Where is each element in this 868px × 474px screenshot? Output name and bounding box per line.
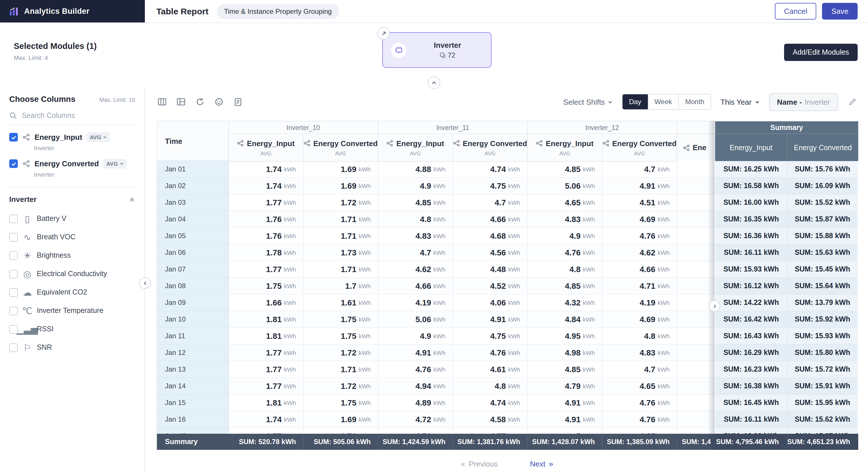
column-list-item[interactable]: ▁▃▅ RSSI bbox=[9, 320, 135, 338]
summary-sum-cell: SUM: 15.87 kWh bbox=[787, 211, 858, 228]
choose-columns-heading: Choose Columns bbox=[9, 94, 75, 103]
column-list-item[interactable]: ☁ Equivalent CO2 bbox=[9, 283, 135, 301]
value-cell: 4.32kWh bbox=[528, 295, 602, 311]
module-node-inverter[interactable]: Inverter 72 bbox=[382, 32, 492, 68]
module-columns-section: Inverter ▯ Battery V ∿ Breath VOC bbox=[9, 187, 135, 357]
column-list-item[interactable]: ∿ Breath VOC bbox=[9, 228, 135, 246]
period-day-button[interactable]: Day bbox=[623, 94, 648, 109]
aggregation-dropdown[interactable]: AVG bbox=[103, 159, 126, 169]
column-checkbox[interactable] bbox=[9, 288, 18, 297]
summary-column-energy-converted: Energy Converted bbox=[787, 134, 858, 161]
notes-icon[interactable] bbox=[232, 96, 244, 108]
edit-name-icon[interactable] bbox=[847, 97, 858, 107]
summary-sum-cell: SUM: 15.52 kWh bbox=[787, 195, 858, 211]
refresh-icon[interactable] bbox=[194, 96, 206, 108]
table-row: Jan 07 1.77kWh 1.71kWh 4.62kWh 4.48kWh 4… bbox=[157, 261, 858, 278]
battery-icon: ▯ bbox=[23, 213, 32, 224]
clipped-value-cell bbox=[677, 378, 715, 395]
instance-count: 72 bbox=[448, 51, 456, 59]
column-list-item[interactable]: ◎ Electrical Conductivity bbox=[9, 265, 135, 283]
value-cell: 1.71kWh bbox=[304, 361, 378, 378]
value-cell: 5.06kWh bbox=[378, 311, 453, 328]
measurement-icon bbox=[386, 140, 394, 147]
select-shifts-dropdown[interactable]: Select Shifts bbox=[563, 97, 613, 106]
column-label: Inverter Temperature bbox=[37, 306, 103, 315]
value-cell: 4.66kWh bbox=[378, 278, 453, 295]
value-cell: 4.88kWh bbox=[378, 161, 453, 178]
time-cell: Jan 03 bbox=[157, 195, 229, 211]
summary-sum-cell: SUM: 15.80 kWh bbox=[787, 345, 858, 361]
cancel-button[interactable]: Cancel bbox=[775, 3, 816, 20]
value-cell: 1.77kWh bbox=[229, 195, 304, 211]
column-header-energy-converted: Energy Converted AVG bbox=[453, 134, 528, 161]
value-cell: 4.94kWh bbox=[378, 378, 453, 395]
save-button[interactable]: Save bbox=[822, 3, 858, 20]
value-cell: 1.75kWh bbox=[304, 328, 378, 345]
value-cell: 4.74kWh bbox=[453, 161, 528, 178]
value-cell: 4.62kWh bbox=[602, 244, 677, 261]
columns-sidebar: Choose Columns Max. Limit: 10 bbox=[0, 86, 145, 474]
clipped-value-cell bbox=[677, 195, 715, 211]
instance-group: Inverter_10 Energy_Input AVG bbox=[229, 121, 378, 161]
column-list-item[interactable]: ⚐ SNR bbox=[9, 338, 135, 357]
date-range-dropdown[interactable]: This Year bbox=[720, 97, 760, 106]
aggregation-dropdown[interactable]: AVG bbox=[87, 132, 110, 142]
table-row: Jan 10 1.81kWh 1.75kWh 5.06kWh 4.91kWh 4… bbox=[157, 311, 858, 328]
collapse-section-icon[interactable] bbox=[129, 196, 135, 203]
clipped-value-cell bbox=[677, 261, 715, 278]
time-cell: Jan 07 bbox=[157, 261, 229, 278]
instances-icon bbox=[440, 52, 445, 58]
value-cell: 4.83kWh bbox=[378, 228, 453, 244]
column-checkbox[interactable] bbox=[9, 306, 18, 315]
clipped-value-cell bbox=[677, 411, 715, 428]
time-cell: Jan 10 bbox=[157, 311, 229, 328]
summary-sum-cell: SUM: 14.22 kWh bbox=[715, 295, 787, 311]
value-cell: 1.7kWh bbox=[304, 278, 378, 295]
column-list-item[interactable]: ☀ Brightness bbox=[9, 246, 135, 265]
column-header-energy-converted: Energy Converted AVG bbox=[602, 134, 677, 161]
clipped-value-cell bbox=[677, 244, 715, 261]
value-cell: 1.75kWh bbox=[304, 395, 378, 411]
energy-input-checkbox[interactable] bbox=[9, 133, 18, 142]
value-cell: 4.75kWh bbox=[453, 178, 528, 195]
search-columns-input[interactable] bbox=[22, 112, 120, 120]
value-cell: 1.69kWh bbox=[304, 178, 378, 195]
card-view-icon[interactable] bbox=[175, 96, 187, 108]
next-page-button[interactable]: Next » bbox=[530, 459, 553, 468]
column-list-item[interactable]: ℃ Inverter Temperature bbox=[9, 301, 135, 320]
value-cell: 4.95kWh bbox=[528, 328, 602, 345]
node-title: Inverter bbox=[434, 41, 461, 50]
connect-node-button[interactable] bbox=[377, 27, 390, 40]
add-edit-modules-button[interactable]: Add/Edit Modules bbox=[784, 44, 858, 61]
measurement-icon bbox=[304, 140, 310, 147]
column-checkbox[interactable] bbox=[9, 269, 18, 278]
period-week-button[interactable]: Week bbox=[648, 94, 678, 109]
column-checkbox[interactable] bbox=[9, 343, 18, 352]
selected-modules-heading: Selected Modules (1) bbox=[14, 41, 97, 51]
table-body: Jan 01 1.74kWh 1.69kWh 4.88kWh 4.74kWh 4… bbox=[157, 161, 858, 434]
emoji-icon[interactable] bbox=[213, 96, 225, 108]
expand-summary-button[interactable] bbox=[709, 300, 720, 312]
value-cell: 1.75kWh bbox=[229, 278, 304, 295]
table-toolbar: Select Shifts Day Week Month This Year N… bbox=[156, 93, 858, 111]
column-checkbox[interactable] bbox=[9, 233, 18, 241]
period-month-button[interactable]: Month bbox=[678, 94, 711, 109]
collapse-sidebar-button[interactable] bbox=[139, 277, 151, 289]
value-cell: 4.69kWh bbox=[602, 311, 677, 328]
value-cell: 1.74kWh bbox=[229, 178, 304, 195]
column-list-item[interactable]: ▯ Battery V bbox=[9, 209, 135, 228]
column-checkbox[interactable] bbox=[9, 251, 18, 260]
value-cell: 4.65kWh bbox=[602, 378, 677, 395]
time-cell: Jan 01 bbox=[157, 161, 229, 178]
value-cell: 4.51kWh bbox=[602, 195, 677, 211]
previous-page-button[interactable]: « Previous bbox=[461, 459, 498, 468]
column-checkbox[interactable] bbox=[9, 214, 18, 223]
summary-panel-header: Summary Energy_Input Energy Converted bbox=[715, 121, 858, 161]
energy-converted-checkbox[interactable] bbox=[9, 159, 18, 168]
value-cell: 1.71kWh bbox=[304, 211, 378, 228]
report-name-value: Inverter bbox=[805, 97, 830, 106]
report-name-box: Name - Inverter bbox=[769, 93, 838, 111]
columns-view-icon[interactable] bbox=[156, 96, 168, 108]
grouping-pill: Time & Instance Property Grouping bbox=[216, 4, 339, 19]
summary-sum-cell: SUM: 15.72 kWh bbox=[787, 361, 858, 378]
